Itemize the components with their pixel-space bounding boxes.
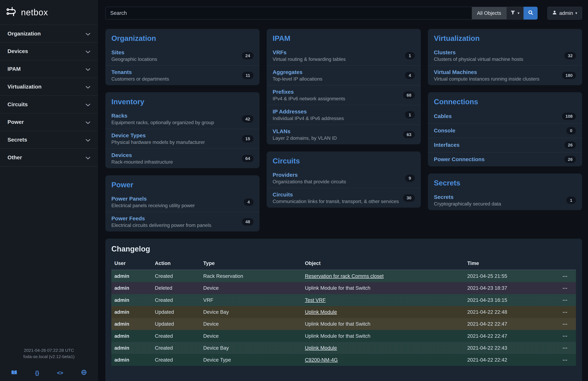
sidebar-footer-icons: {} <> — [0, 370, 98, 381]
cell-object: Uplink Module for that Switch — [305, 321, 370, 327]
card-item-devices: Devices Rack-mounted infrastructure 64 — [105, 148, 259, 168]
card-item-link[interactable]: Devices — [111, 152, 173, 158]
table-row: admin Created Device Bay Uplink Module 2… — [111, 342, 576, 354]
row-actions-button[interactable]: ⋯ — [554, 270, 576, 282]
cell-user: admin — [111, 318, 152, 330]
card-power: Power Power Panels Electrical panels rec… — [105, 175, 259, 232]
rest-api-braces-icon[interactable]: {} — [35, 370, 39, 376]
count-badge: 180 — [562, 72, 576, 79]
card-item-description: Electrical circuits delivering power fro… — [111, 223, 211, 228]
card-item-link[interactable]: Cables — [434, 113, 452, 119]
search-scope-button[interactable]: All Objects — [472, 7, 506, 20]
count-badge: 4 — [405, 72, 415, 79]
card-items: Clusters Clusters of physical virtual ma… — [428, 46, 582, 85]
column-header-actions — [554, 258, 576, 270]
row-actions-button[interactable]: ⋯ — [554, 294, 576, 306]
row-actions-button[interactable]: ⋯ — [554, 318, 576, 330]
sidebar-item-ipam[interactable]: IPAM — [0, 60, 98, 78]
card-item-description: Top-level IP allocations — [273, 76, 322, 82]
card-item-link[interactable]: Tenants — [111, 69, 169, 75]
card-item-tenants: Tenants Customers or departments 11 — [105, 66, 259, 85]
sidebar-item-virtualization[interactable]: Virtualization — [0, 78, 98, 95]
card-item-power-connections: Power Connections 26 — [428, 152, 582, 166]
card-item-link[interactable]: Virtual Machines — [434, 69, 539, 75]
card-item-circuits: Circuits Communication links for transit… — [267, 188, 421, 208]
card-title: IPAM — [267, 29, 421, 46]
docs-book-icon[interactable] — [11, 370, 17, 376]
card-items: Power Panels Electrical panels receiving… — [105, 192, 259, 231]
card-item-description: Electrical panels receiving utility powe… — [111, 203, 195, 208]
search-submit-button[interactable] — [524, 7, 538, 20]
row-actions-button[interactable]: ⋯ — [554, 354, 576, 366]
chevron-down-icon — [85, 30, 90, 37]
card-item-racks: Racks Equipment racks, optionally organi… — [105, 109, 259, 129]
api-code-icon[interactable]: <> — [57, 370, 63, 376]
card-item-description: Organizations that provide circuits — [273, 179, 346, 184]
card-item-description: Layer 2 domains, by VLAN ID — [273, 135, 337, 141]
chevron-down-icon — [85, 154, 90, 161]
card-item-link[interactable]: Providers — [273, 172, 346, 178]
netbox-logo[interactable]: netbox — [0, 0, 98, 25]
count-badge: 26 — [565, 156, 576, 163]
card-item-link[interactable]: Power Feeds — [111, 215, 211, 222]
count-badge: 1 — [405, 111, 415, 118]
chevron-down-icon — [85, 136, 90, 143]
cell-type: Device Bay — [200, 342, 302, 354]
cell-type: Device — [200, 318, 302, 330]
search-filter-button[interactable]: ▾ — [506, 7, 524, 20]
card-item-virtual-machines: Virtual Machines Virtual compute instanc… — [428, 66, 582, 85]
search-input[interactable] — [105, 7, 472, 20]
card-item-power-feeds: Power Feeds Electrical circuits deliveri… — [105, 212, 259, 231]
sidebar-item-other[interactable]: Other — [0, 148, 98, 166]
card-item-link[interactable]: Racks — [111, 113, 214, 119]
sidebar-item-label: Organization — [7, 31, 41, 37]
card-item-text: Interfaces — [434, 142, 460, 148]
sidebar-item-circuits[interactable]: Circuits — [0, 95, 98, 113]
sidebar-footer: 2021-04-26 07:22:28 UTC foda-se.local (v… — [0, 347, 98, 370]
card-item-link[interactable]: IP Addresses — [273, 109, 344, 115]
card-item-vrfs: VRFs Virtual routing & forwarding tables… — [267, 46, 421, 66]
card-item-link[interactable]: Interfaces — [434, 142, 460, 148]
sidebar-item-devices[interactable]: Devices — [0, 42, 98, 60]
row-actions-button[interactable]: ⋯ — [554, 306, 576, 318]
column-header-type: Type — [200, 258, 302, 270]
card-item-text: Power Feeds Electrical circuits deliveri… — [111, 215, 211, 228]
card-item-link[interactable]: Secrets — [434, 194, 501, 200]
card-item-link[interactable]: Prefixes — [273, 89, 345, 95]
cell-object[interactable]: Test VRF — [305, 297, 326, 303]
card-item-link[interactable]: Device Types — [111, 133, 205, 139]
table-row: admin Created Rack Reservation Reservati… — [111, 270, 576, 282]
user-menu-button[interactable]: admin ▾ — [547, 7, 582, 20]
cell-object[interactable]: Uplink Module — [305, 309, 337, 315]
sidebar-item-secrets[interactable]: Secrets — [0, 131, 98, 149]
card-item-text: Cables — [434, 113, 452, 119]
count-badge: 9 — [405, 175, 415, 182]
cell-object[interactable]: C9200-NM-4G — [305, 357, 338, 363]
sidebar-item-power[interactable]: Power — [0, 113, 98, 131]
count-badge: 1 — [566, 197, 576, 204]
card-item-link[interactable]: Power Connections — [434, 156, 484, 162]
sidebar-item-organization[interactable]: Organization — [0, 25, 98, 42]
card-item-link[interactable]: Sites — [111, 49, 157, 56]
row-actions-button[interactable]: ⋯ — [554, 282, 576, 294]
card-item-link[interactable]: Aggregates — [273, 69, 322, 75]
card-item-text: Power Connections — [434, 156, 484, 162]
card-item-link[interactable]: VLANs — [273, 128, 337, 134]
source-globe-icon[interactable] — [81, 370, 87, 377]
card-item-link[interactable]: VRFs — [273, 49, 346, 56]
cell-object[interactable]: Uplink Module — [305, 345, 337, 351]
card-item-link[interactable]: Clusters — [434, 49, 523, 56]
card-item-link[interactable]: Circuits — [273, 192, 399, 198]
card-item-link[interactable]: Power Panels — [111, 196, 195, 202]
cell-object[interactable]: Reservation for rack Comms closet — [305, 273, 383, 279]
card-item-description: Virtual compute instances running inside… — [434, 76, 539, 82]
row-actions-button[interactable]: ⋯ — [554, 342, 576, 354]
card-item-link[interactable]: Console — [434, 128, 455, 134]
count-badge: 24 — [242, 52, 253, 59]
row-actions-button[interactable]: ⋯ — [554, 330, 576, 342]
card-item-description: Virtual routing & forwarding tables — [273, 56, 346, 62]
card-title: Secrets — [428, 174, 582, 190]
card-item-text: Power Panels Electrical panels receiving… — [111, 196, 195, 208]
card-item-text: Prefixes IPv4 & IPv6 network assignments — [273, 89, 345, 102]
user-icon — [552, 10, 557, 16]
